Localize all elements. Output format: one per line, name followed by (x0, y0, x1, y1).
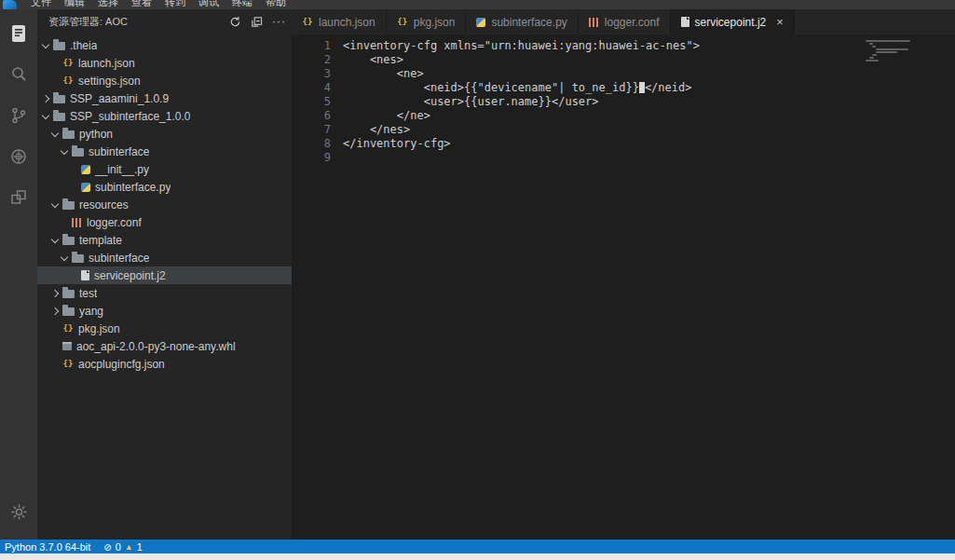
chevron-spacer (69, 164, 79, 174)
json-file-icon: {} (62, 58, 74, 68)
tree-item-label: logger.conf (87, 216, 142, 229)
code-editor[interactable]: 1<inventory-cfg xmlns="urn:huawei:yang:h… (292, 34, 955, 540)
chevron-spacer (50, 323, 61, 334)
tab-label: launch.json (319, 16, 375, 29)
tree-item-.theia[interactable]: .theia (37, 36, 292, 54)
line-text: <ne> (343, 67, 424, 81)
more-icon[interactable]: ··· (272, 18, 286, 25)
close-tab-icon[interactable]: × (776, 16, 784, 28)
json-file-icon: {} (62, 359, 74, 369)
line-text: <user>{{user.name}}</user> (343, 95, 599, 109)
folder-file-icon (53, 42, 65, 50)
tree-item-logger.conf[interactable]: logger.conf (37, 213, 292, 231)
tab-pkg.json[interactable]: {}pkg.json (387, 9, 467, 34)
problems-indicator[interactable]: ⊘0▲1 (103, 540, 143, 553)
python-file-icon (476, 18, 485, 27)
minimap-line (869, 43, 874, 45)
minimap[interactable] (866, 40, 942, 62)
tree-item-test[interactable]: test (37, 284, 292, 302)
conf-file-icon (72, 218, 82, 227)
menu-item-3[interactable]: 查看 (125, 0, 158, 9)
tree-item-label: settings.json (78, 75, 141, 88)
folder-file-icon (62, 237, 75, 245)
menu-item-2[interactable]: 选择 (91, 0, 125, 9)
line-text: <neid>{{"devicename"| to_ne_id}}</neid> (343, 81, 691, 95)
json-file-icon: {} (397, 17, 408, 27)
tree-item-SSP_aaamini_1.0.9[interactable]: SSP_aaamini_1.0.9 (37, 89, 292, 107)
collapse-all-icon[interactable] (251, 16, 263, 28)
activity-explorer-button[interactable] (0, 13, 37, 54)
code-line-1: 1<inventory-cfg xmlns="urn:huawei:yang:h… (292, 39, 853, 53)
line-number: 1 (292, 39, 343, 53)
tree-item-aocplugincfg.json[interactable]: {}aocplugincfg.json (37, 355, 292, 373)
menu-item-5[interactable]: 调试 (192, 0, 225, 9)
menu-bar: 文件编辑选择查看转到调试终端帮助 (24, 0, 293, 9)
line-text: </nes> (343, 123, 410, 137)
chevron-spacer (50, 75, 61, 86)
minimap-line (866, 60, 879, 61)
tree-item-SSP_subinterface_1.0.0[interactable]: SSP_subinterface_1.0.0 (37, 107, 292, 125)
tree-item-servicepoint.j2[interactable]: servicepoint.j2 (37, 266, 292, 284)
activity-settings-button[interactable] (0, 491, 37, 532)
line-text: </ne> (343, 109, 430, 123)
activity-search-button[interactable] (0, 54, 37, 95)
tree-item-subinterface[interactable]: subinterface (37, 143, 292, 160)
tree-item-pkg.json[interactable]: {}pkg.json (37, 320, 292, 337)
tree-item-python[interactable]: python (37, 125, 292, 143)
desktop-edge (0, 553, 955, 560)
menu-item-4[interactable]: 转到 (158, 0, 192, 9)
file-file-icon (681, 17, 689, 27)
line-number: 2 (292, 53, 343, 67)
activity-extensions-button[interactable] (0, 177, 37, 218)
tab-servicepoint.j2[interactable]: servicepoint.j2× (671, 9, 795, 34)
tree-item-label: subinterface (89, 145, 149, 158)
chevron-down-icon (50, 235, 61, 245)
chevron-right-icon (41, 93, 51, 103)
tree-item-__init__.py[interactable]: __init__.py (37, 160, 292, 178)
chevron-down-icon (41, 111, 51, 121)
tab-subinterface.py[interactable]: subinterface.py (466, 9, 578, 34)
app-logo-icon (3, 0, 17, 9)
error-count: 0 (116, 541, 121, 553)
chevron-down-icon (41, 40, 51, 50)
tree-item-aoc_api-2.0.0-py3-none-any.whl[interactable]: aoc_api-2.0.0-py3-none-any.whl (37, 337, 292, 355)
python-version-indicator[interactable]: Python 3.7.0 64-bit (5, 541, 90, 553)
tree-item-settings.json[interactable]: {}settings.json (37, 72, 292, 89)
line-number: 8 (292, 137, 343, 151)
tree-item-label: yang (79, 305, 103, 318)
code-line-7: 7 </nes> (292, 123, 853, 137)
tree-item-label: template (79, 234, 122, 247)
error-icon: ⊘ (103, 541, 111, 553)
menu-item-6[interactable]: 终端 (225, 0, 259, 9)
folder-file-icon (53, 113, 65, 121)
refresh-icon[interactable] (229, 16, 241, 28)
activity-source-control-button[interactable] (0, 95, 37, 136)
menu-item-1[interactable]: 编辑 (58, 0, 91, 9)
chevron-down-icon (50, 129, 61, 139)
chevron-spacer (69, 270, 79, 280)
tree-item-label: SSP_subinterface_1.0.0 (70, 110, 190, 123)
tree-item-launch.json[interactable]: {}launch.json (37, 54, 292, 72)
folder-file-icon (62, 307, 75, 316)
code-line-5: 5 <user>{{user.name}}</user> (292, 95, 853, 109)
tree-item-label: aoc_api-2.0.0-py3-none-any.whl (76, 340, 236, 353)
status-bar: Python 3.7.0 64-bit ⊘0▲1 (0, 540, 955, 553)
json-file-icon: {} (302, 17, 313, 27)
tab-launch.json[interactable]: {}launch.json (292, 9, 387, 34)
tree-item-subinterface.py[interactable]: subinterface.py (37, 178, 292, 196)
tree-item-subinterface[interactable]: subinterface (37, 249, 292, 266)
tree-item-template[interactable]: template (37, 231, 292, 249)
activity-debug-button[interactable] (0, 136, 37, 177)
tree-item-label: subinterface (89, 252, 149, 265)
code-line-3: 3 <ne> (292, 67, 853, 81)
file-file-icon (81, 270, 89, 280)
tab-bar: {}launch.json{}pkg.jsonsubinterface.pylo… (292, 9, 955, 34)
chevron-spacer (69, 182, 79, 192)
menu-item-7[interactable]: 帮助 (259, 0, 293, 9)
tree-item-yang[interactable]: yang (37, 302, 292, 320)
tab-logger.conf[interactable]: logger.conf (579, 9, 671, 34)
line-number: 7 (292, 123, 343, 137)
menu-item-0[interactable]: 文件 (24, 0, 58, 9)
python-file-icon (81, 183, 90, 192)
tree-item-resources[interactable]: resources (37, 196, 292, 213)
